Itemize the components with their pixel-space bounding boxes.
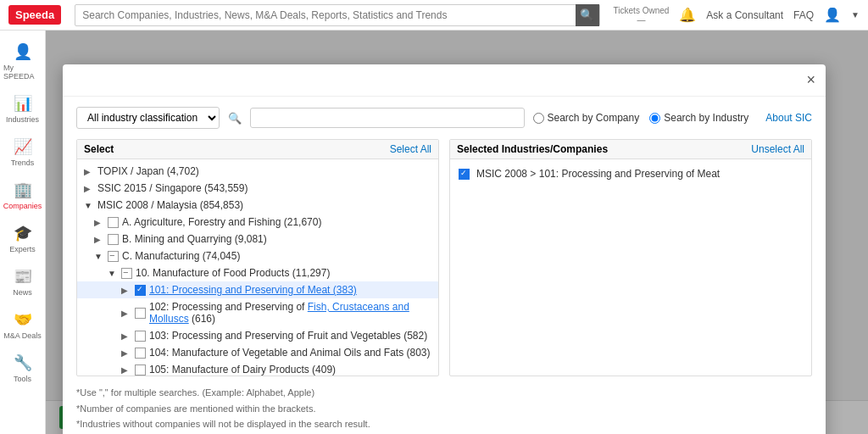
sidebar: 👤 My SPEEDA 📊 Industries 📈 Trends 🏢 Comp… <box>0 31 46 434</box>
filter-search-icon: 🔍 <box>228 112 242 125</box>
topbar-right: Tickets Owned — 🔔 Ask a Consultant FAQ 👤… <box>614 6 860 25</box>
arrow-102: ▶ <box>121 309 131 318</box>
tree-item-102[interactable]: ▶ 102: Processing and Preserving of Fish… <box>77 298 438 327</box>
filter-search-input[interactable] <box>250 108 525 128</box>
bell-icon[interactable]: 🔔 <box>679 7 696 23</box>
tree-item-ssic[interactable]: ▶ SSIC 2015 / Singapore (543,559) <box>77 180 438 197</box>
sidebar-item-trends[interactable]: 📈 Trends <box>0 132 45 172</box>
select-all-link[interactable]: Select All <box>390 143 431 155</box>
modal-header: × <box>63 64 826 97</box>
checkbox-105[interactable] <box>135 364 146 376</box>
label-mining: B. Mining and Quarrying (9,081) <box>122 233 431 245</box>
label-105: 105: Manufacture of Dairy Products (409) <box>149 364 431 376</box>
industry-classification-dropdown[interactable]: All industry classification <box>76 107 220 129</box>
arrow-agriculture: ▶ <box>94 218 104 227</box>
checkbox-mining[interactable] <box>108 234 119 245</box>
topbar: Speeda 🔍 Tickets Owned — 🔔 Ask a Consult… <box>0 0 868 31</box>
arrow-ssic: ▶ <box>84 184 94 193</box>
chevron-down-icon[interactable]: ▼ <box>851 10 860 19</box>
right-pane-scroll[interactable]: MSIC 2008 > 101: Processing and Preservi… <box>450 159 811 376</box>
label-103: 103: Processing and Preserving of Fruit … <box>149 330 431 342</box>
radio-industry-text: Search by Industry <box>664 112 748 124</box>
note-3: *Industries without companies will not b… <box>76 416 812 432</box>
my-speeda-icon: 👤 <box>14 42 32 61</box>
tree-item-agriculture[interactable]: ▶ A. Agriculture, Forestry and Fishing (… <box>77 214 438 231</box>
global-search-input[interactable] <box>75 9 575 21</box>
tree-item-104[interactable]: ▶ 104: Manufacture of Vegetable and Anim… <box>77 344 438 361</box>
radio-company[interactable] <box>533 113 544 124</box>
radio-company-text: Search by Company <box>548 112 640 124</box>
sidebar-item-tools[interactable]: 🔧 Tools <box>0 348 45 388</box>
sidebar-item-ma-deals[interactable]: 🤝 M&A Deals <box>0 305 45 345</box>
main-content: × All industry classification 🔍 Search b… <box>46 31 868 434</box>
checkbox-103[interactable] <box>135 331 146 342</box>
tree-item-105[interactable]: ▶ 105: Manufacture of Dairy Products (40… <box>77 361 438 376</box>
right-pane-title: Selected Industries/Companies <box>457 143 608 155</box>
sidebar-item-companies[interactable]: 🏢 Companies <box>0 175 45 215</box>
arrow-101: ▶ <box>121 286 131 295</box>
tree-item-msic[interactable]: ▼ MSIC 2008 / Malaysia (854,853) <box>77 197 438 214</box>
tree-item-101[interactable]: ▶ 101: Processing and Preserving of Meat… <box>77 281 438 298</box>
global-search-button[interactable]: 🔍 <box>576 4 599 26</box>
experts-icon: 🎓 <box>14 224 32 242</box>
global-search-bar[interactable]: 🔍 <box>75 4 599 26</box>
arrow-msic: ▼ <box>84 201 94 210</box>
industry-select-modal: × All industry classification 🔍 Search b… <box>63 64 826 434</box>
search-icon: 🔍 <box>580 8 594 21</box>
left-pane-scroll[interactable]: ▶ TOPIX / Japan (4,702) ▶ SSIC 2015 / Si… <box>77 159 438 376</box>
arrow-105: ▶ <box>121 365 131 375</box>
label-msic: MSIC 2008 / Malaysia (854,853) <box>97 199 431 211</box>
sidebar-label-news: News <box>13 288 32 297</box>
label-101: 101: Processing and Preserving of Meat (… <box>149 284 431 296</box>
radio-company-label[interactable]: Search by Company <box>533 112 640 124</box>
radio-industry-label[interactable]: Search by Industry <box>649 112 748 124</box>
sidebar-label-experts: Experts <box>9 245 36 253</box>
tools-icon: 🔧 <box>14 353 32 372</box>
sidebar-label-tools: Tools <box>14 375 31 383</box>
label-agriculture: A. Agriculture, Forestry and Fishing (21… <box>122 216 431 228</box>
sidebar-label-my-speeda: My SPEEDA <box>3 64 42 81</box>
arrow-104: ▶ <box>121 348 131 358</box>
about-sic-link[interactable]: About SIC <box>765 112 812 124</box>
modal-close-button[interactable]: × <box>806 71 815 89</box>
tree-item-food[interactable]: ▼ 10. Manufacture of Food Products (11,2… <box>77 264 438 281</box>
label-manufacturing: C. Manufacturing (74,045) <box>122 250 431 262</box>
selected-checkbox-101[interactable] <box>459 169 470 180</box>
sidebar-item-industries[interactable]: 📊 Industries <box>0 89 45 129</box>
checkbox-manufacturing[interactable] <box>108 251 119 262</box>
label-food: 10. Manufacture of Food Products (11,297… <box>136 267 431 279</box>
tickets-label: Tickets Owned <box>614 6 670 15</box>
user-icon[interactable]: 👤 <box>824 7 841 23</box>
tree-item-103[interactable]: ▶ 103: Processing and Preserving of Frui… <box>77 327 438 344</box>
unselect-all-link[interactable]: Unselect All <box>751 143 804 155</box>
checkbox-food[interactable] <box>121 268 132 279</box>
selected-item-101: MSIC 2008 > 101: Processing and Preservi… <box>450 163 811 185</box>
checkbox-104[interactable] <box>135 348 146 359</box>
tree-item-topix[interactable]: ▶ TOPIX / Japan (4,702) <box>77 163 438 180</box>
sidebar-item-experts[interactable]: 🎓 Experts <box>0 219 45 259</box>
sidebar-label-ma-deals: M&A Deals <box>3 331 42 340</box>
tree-item-manufacturing[interactable]: ▼ C. Manufacturing (74,045) <box>77 248 438 264</box>
footer-notes: *Use "," for multiple searches. (Example… <box>76 385 812 432</box>
arrow-manufacturing: ▼ <box>94 252 104 261</box>
faq-label[interactable]: FAQ <box>793 9 814 21</box>
sidebar-item-my-speeda[interactable]: 👤 My SPEEDA <box>0 37 45 86</box>
label-ssic: SSIC 2015 / Singapore (543,559) <box>97 182 431 194</box>
tree-item-mining[interactable]: ▶ B. Mining and Quarrying (9,081) <box>77 231 438 248</box>
label-topix: TOPIX / Japan (4,702) <box>97 165 431 177</box>
ma-deals-icon: 🤝 <box>14 310 32 329</box>
left-pane-header: Select Select All <box>77 140 438 159</box>
radio-industry[interactable] <box>649 113 660 124</box>
checkbox-101[interactable] <box>135 285 146 296</box>
sidebar-item-news[interactable]: 📰 News <box>0 262 45 302</box>
trends-icon: 📈 <box>14 137 32 156</box>
label-102: 102: Processing and Preserving of Fish, … <box>149 301 431 325</box>
checkbox-agriculture[interactable] <box>108 217 119 228</box>
left-pane-title: Select <box>84 143 114 155</box>
selected-label-101: MSIC 2008 > 101: Processing and Preservi… <box>476 168 720 180</box>
arrow-103: ▶ <box>121 331 131 341</box>
ask-consultant[interactable]: Ask a Consultant <box>706 9 783 21</box>
pane-container: Select Select All ▶ TOPIX / Japan (4,702… <box>76 139 812 376</box>
note-1: *Use "," for multiple searches. (Example… <box>76 385 812 401</box>
checkbox-102[interactable] <box>135 308 146 319</box>
